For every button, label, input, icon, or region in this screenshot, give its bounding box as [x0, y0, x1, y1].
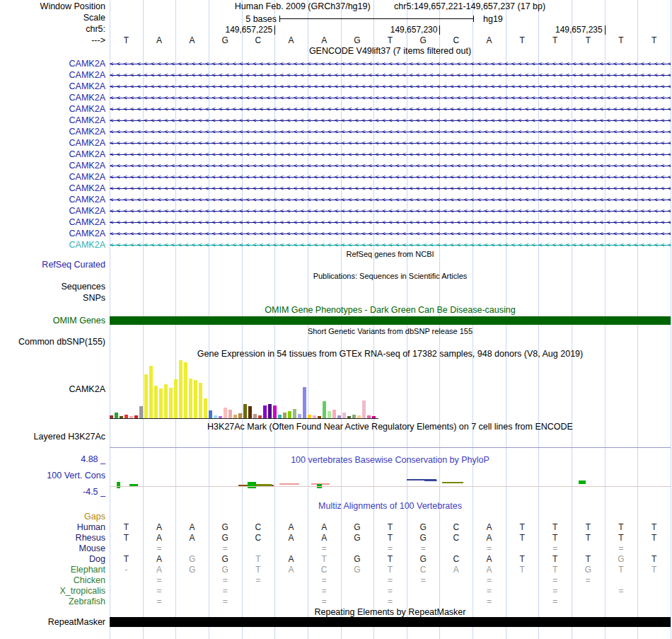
alignment-base: =: [538, 586, 572, 597]
alignment-base: T: [605, 522, 638, 533]
gene-label-camk2a[interactable]: CAMK2A: [69, 239, 105, 251]
species-label-x_tropicalis[interactable]: X_tropicalis: [59, 586, 105, 597]
gene-label-camk2a[interactable]: CAMK2A: [69, 217, 105, 228]
alignment-base: T: [373, 522, 407, 533]
track-label-gtex-gene[interactable]: CAMK2A: [69, 385, 105, 394]
alignment-base: =: [605, 586, 638, 597]
gene-label-camk2a[interactable]: CAMK2A: [69, 160, 105, 171]
alignment-base: A: [473, 565, 506, 575]
gene-label-camk2a[interactable]: CAMK2A: [69, 92, 105, 103]
alignment-base: =: [473, 575, 506, 586]
alignment-base: T: [572, 533, 605, 543]
alignment-base: G: [407, 522, 440, 533]
track-label-sequences[interactable]: Sequences: [61, 282, 105, 292]
alignment-base: T: [538, 522, 572, 533]
alignment-base: T: [605, 565, 638, 575]
gene-label-camk2a[interactable]: CAMK2A: [69, 183, 105, 194]
gene-label-camk2a[interactable]: CAMK2A: [69, 149, 105, 160]
alignment-base: T: [373, 565, 407, 575]
alignment-base: =: [242, 575, 275, 586]
alignment-base: T: [637, 533, 671, 543]
gene-label-camk2a[interactable]: CAMK2A: [69, 126, 105, 137]
alignment-base: T: [506, 522, 539, 533]
gene-label-camk2a[interactable]: CAMK2A: [69, 194, 105, 205]
track-label-100-vert-cons[interactable]: 100 Vert. Cons: [47, 471, 105, 480]
alignment-base: =: [209, 543, 242, 554]
alignment-base: G: [572, 565, 605, 575]
alignment-base: A: [473, 554, 506, 565]
alignment-base: T: [506, 565, 539, 575]
genome-browser: Window PositionScalechr5:--->RefSeq Cura…: [0, 0, 672, 639]
alignment-base: =: [308, 597, 341, 607]
browser-image-area[interactable]: Human Feb. 2009 (GRCh37/hg19) chr5:149,6…: [110, 0, 671, 639]
gene-label-camk2a[interactable]: CAMK2A: [69, 115, 105, 126]
alignment-row-zebrafish: ======: [110, 597, 671, 607]
track-label-common-dbsnp[interactable]: Common dbSNP(155): [18, 338, 105, 347]
alignment-base: G: [209, 522, 242, 533]
alignment-base: T: [605, 533, 638, 543]
alignment-base: T: [538, 565, 572, 575]
alignment-base: =: [143, 597, 176, 607]
alignment-base: =: [473, 597, 506, 607]
cons-scale-max: 4.88 _: [81, 455, 105, 464]
alignment-base: G: [605, 554, 638, 565]
alignment-base: G: [209, 565, 242, 575]
species-label-dog[interactable]: Dog: [89, 554, 105, 565]
gene-label-camk2a[interactable]: CAMK2A: [69, 69, 105, 81]
alignment-base: =: [143, 586, 176, 597]
alignment-base: T: [110, 522, 143, 533]
alignment-base: T: [538, 554, 572, 565]
alignment-base: T: [506, 554, 539, 565]
alignment-base: G: [341, 565, 374, 575]
alignment-base: C: [439, 522, 473, 533]
cons-scale-min: -4.5 _: [83, 488, 105, 497]
track-label-snps[interactable]: SNPs: [83, 294, 105, 303]
track-label-gaps[interactable]: Gaps: [84, 512, 105, 522]
strand-direction-label: --->: [91, 36, 105, 45]
alignment-row-dog: TAGGTATGTGCATTTGT: [110, 554, 671, 565]
gene-label-camk2a[interactable]: CAMK2A: [69, 81, 105, 92]
species-label-mouse[interactable]: Mouse: [79, 543, 105, 554]
alignment-base: G: [175, 565, 209, 575]
gene-label-camk2a[interactable]: CAMK2A: [69, 58, 105, 69]
scale-label: Scale: [83, 13, 105, 23]
track-label-layered-h3k27ac[interactable]: Layered H3K27Ac: [34, 432, 105, 442]
alignment-base: T: [572, 522, 605, 533]
gene-label-camk2a[interactable]: CAMK2A: [69, 205, 105, 217]
alignment-base: A: [473, 522, 506, 533]
alignment-base: A: [308, 533, 341, 543]
multiz-alignment-rows: TAAGCAAGTGCATTTTTTAAGCAAGTGCATTTTT======…: [110, 0, 671, 639]
alignment-row-x_tropicalis: =======: [110, 586, 671, 597]
alignment-base: =: [572, 575, 605, 586]
species-label-chicken[interactable]: Chicken: [74, 575, 105, 586]
alignment-base: G: [209, 533, 242, 543]
track-label-omim-genes[interactable]: OMIM Genes: [53, 316, 105, 326]
alignment-base: A: [274, 554, 308, 565]
alignment-base: G: [175, 554, 209, 565]
species-label-elephant[interactable]: Elephant: [71, 565, 105, 575]
alignment-base: =: [143, 575, 176, 586]
alignment-base: =: [373, 543, 407, 554]
gene-label-camk2a[interactable]: CAMK2A: [69, 103, 105, 115]
species-label-human[interactable]: Human: [77, 522, 105, 533]
gene-label-camk2a[interactable]: CAMK2A: [69, 137, 105, 149]
alignment-base: A: [175, 522, 209, 533]
repeatmasker-bar[interactable]: [110, 617, 671, 627]
alignment-base: =: [538, 575, 572, 586]
track-title-repeatmasker: Repeating Elements by RepeatMasker: [110, 607, 671, 617]
species-label-rhesus[interactable]: Rhesus: [76, 533, 105, 543]
track-label-repeatmasker[interactable]: RepeatMasker: [48, 617, 105, 627]
gene-label-camk2a[interactable]: CAMK2A: [69, 228, 105, 239]
species-label-zebrafish[interactable]: Zebrafish: [69, 597, 105, 607]
alignment-base: T: [110, 554, 143, 565]
alignment-base: C: [439, 533, 473, 543]
alignment-base: A: [175, 533, 209, 543]
alignment-base: C: [407, 565, 440, 575]
window-position-label: Window Position: [40, 2, 105, 11]
alignment-base: -: [110, 565, 143, 575]
track-label-refseq-curated[interactable]: RefSeq Curated: [42, 260, 105, 270]
alignment-base: =: [308, 575, 341, 586]
alignment-base: =: [605, 543, 638, 554]
gene-label-camk2a[interactable]: CAMK2A: [69, 171, 105, 183]
alignment-base: =: [473, 543, 506, 554]
